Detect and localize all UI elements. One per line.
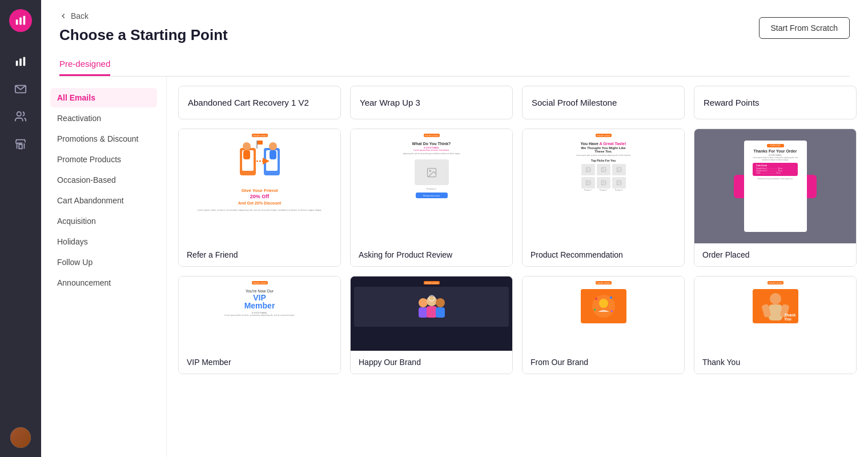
nav-item-acquisition[interactable]: Acquisition bbox=[50, 211, 157, 231]
svg-point-15 bbox=[269, 142, 277, 150]
review-mini-preview: YOUR LOGO What Do You Think? Hi [FIRSTNA… bbox=[351, 129, 512, 243]
image-placeholder-icon bbox=[426, 167, 437, 178]
from-orange-box bbox=[581, 289, 626, 323]
review-product-image bbox=[415, 159, 449, 185]
user-avatar[interactable] bbox=[10, 427, 31, 448]
back-arrow-icon bbox=[59, 12, 67, 20]
order-detail-total: Total: ................................ … bbox=[756, 172, 794, 174]
template-label-order: Order Placed bbox=[694, 243, 856, 266]
template-card-thank-you[interactable]: YOUR LOGO bbox=[694, 276, 857, 374]
middle-row-grid: YOUR LOGO bbox=[178, 129, 857, 267]
svg-rect-14 bbox=[243, 150, 250, 159]
nav-item-holidays[interactable]: Holidays bbox=[50, 232, 157, 251]
from-brand-svg bbox=[589, 292, 618, 320]
rec-product-3 bbox=[612, 164, 626, 175]
store-icon bbox=[14, 138, 27, 150]
start-from-scratch-button[interactable]: Start From Scratch bbox=[759, 17, 850, 39]
nav-item-promote-products[interactable]: Promote Products bbox=[50, 150, 157, 169]
svg-rect-36 bbox=[419, 307, 428, 318]
nav-item-reactivation[interactable]: Reactivation bbox=[50, 109, 157, 128]
tab-predesigned[interactable]: Pre-designed bbox=[59, 53, 110, 76]
order-body: Hi [FIRSTNAME],Lorem ipsum dolor sit ame… bbox=[748, 154, 803, 161]
template-card-refer-friend[interactable]: YOUR LOGO bbox=[178, 129, 341, 267]
template-card-product-rec[interactable]: YOUR LOGO You Have A Great Taste! We Tho… bbox=[522, 129, 685, 267]
svg-rect-1 bbox=[19, 18, 22, 25]
template-card-reward-points[interactable]: Reward Points bbox=[694, 86, 857, 119]
nav-item-followup[interactable]: Follow Up bbox=[50, 252, 157, 272]
rec-product-6 bbox=[612, 177, 626, 189]
back-link[interactable]: Back bbox=[59, 11, 228, 21]
rec-mini-preview: YOUR LOGO You Have A Great Taste! We Tho… bbox=[523, 129, 684, 243]
rec-body: Lorem ipsum dolor sit amet, consectetur … bbox=[574, 154, 633, 157]
sidebar-analytics[interactable] bbox=[9, 50, 32, 73]
review-body: adipiscing elit, sed do eiusmod tempor i… bbox=[401, 153, 463, 155]
nav-item-promotions[interactable]: Promotions & Discount bbox=[50, 129, 157, 149]
svg-point-24 bbox=[602, 169, 602, 169]
refer-illustration-svg bbox=[234, 139, 286, 188]
template-card-happy-brand[interactable]: YOUR LOGO bbox=[350, 276, 513, 374]
svg-rect-2 bbox=[23, 16, 26, 25]
thankyou-logo: YOUR LOGO bbox=[767, 281, 783, 284]
thankyou-logo-bar: YOUR LOGO bbox=[698, 281, 853, 284]
rec-logo: YOUR LOGO bbox=[596, 134, 612, 137]
template-label-rec: Product Recommendation bbox=[523, 243, 684, 266]
template-grid-wrapper: Abandoned Cart Recovery 1 V2 Year Wrap U… bbox=[167, 77, 868, 457]
bar-chart-icon bbox=[14, 55, 27, 68]
nav-item-cart-abandonment[interactable]: Cart Abandonment bbox=[50, 191, 157, 210]
review-logo: YOUR LOGO bbox=[424, 134, 440, 137]
template-preview-review: YOUR LOGO What Do You Think? Hi [FIRSTNA… bbox=[351, 129, 512, 243]
rec-product-labels: Product 1 Product 2 Product 3 bbox=[581, 189, 626, 191]
template-preview-from: YOUR LOGO bbox=[523, 276, 684, 351]
rec-sub: We Thought You Might LikeThese Too. bbox=[581, 146, 625, 153]
rec-p3-label: Product 3 bbox=[612, 189, 626, 191]
vip-logo: YOUR LOGO bbox=[252, 281, 268, 284]
order-blue-section: Order Details Sample Item 1 ............… bbox=[753, 163, 797, 176]
nav-item-all-emails[interactable]: All Emails bbox=[50, 88, 157, 107]
tabs-bar: Pre-designed bbox=[59, 53, 850, 77]
app-logo[interactable] bbox=[9, 9, 32, 32]
vip-title: VIPMember bbox=[244, 294, 275, 310]
sidebar-campaigns[interactable] bbox=[9, 78, 32, 101]
left-nav: All Emails Reactivation Promotions & Dis… bbox=[41, 77, 167, 457]
campaigns-icon bbox=[14, 83, 27, 95]
review-logo-bar: YOUR LOGO bbox=[354, 134, 509, 137]
order-footer: Thank you for your purchase. Lorem ipsum… bbox=[748, 178, 803, 180]
template-card-social-proof[interactable]: Social Proof Milestone bbox=[522, 86, 685, 119]
template-preview-rec: YOUR LOGO You Have A Great Taste! We Tho… bbox=[523, 129, 684, 243]
rec-p1-label: Product 1 bbox=[581, 189, 595, 191]
nav-item-occasion[interactable]: Occasion-Based bbox=[50, 170, 157, 190]
svg-rect-17 bbox=[257, 141, 263, 145]
svg-point-32 bbox=[617, 182, 618, 182]
rec-picks-label: Top Picks For You bbox=[591, 159, 616, 162]
back-label: Back bbox=[71, 11, 89, 21]
template-card-order-placed[interactable]: YOUR LOGO Thanks For Your Order Hi [FIRS… bbox=[694, 129, 857, 267]
template-card-year-wrap[interactable]: Year Wrap Up 3 bbox=[350, 86, 513, 119]
template-card-abandoned-cart[interactable]: Abandoned Cart Recovery 1 V2 bbox=[178, 86, 341, 119]
refer-offer-text: Give Your Friend20% OffAnd Get 20% Disco… bbox=[238, 188, 281, 206]
svg-point-30 bbox=[602, 182, 602, 182]
svg-point-22 bbox=[586, 169, 587, 169]
from-mini-preview: YOUR LOGO bbox=[523, 276, 684, 351]
template-label-abandoned-cart: Abandoned Cart Recovery 1 V2 bbox=[188, 98, 331, 107]
logo-icon bbox=[14, 14, 27, 27]
nav-item-announcement[interactable]: Announcement bbox=[50, 273, 157, 292]
template-label-social-proof: Social Proof Milestone bbox=[532, 98, 675, 107]
template-card-vip[interactable]: YOUR LOGO You're Now Our VIPMember Hi [F… bbox=[178, 276, 341, 374]
rec-product-1 bbox=[581, 164, 595, 175]
svg-point-46 bbox=[770, 293, 781, 304]
template-card-from-brand[interactable]: YOUR LOGO bbox=[522, 276, 685, 374]
order-headline: Thanks For Your Order bbox=[748, 149, 803, 153]
template-label-review: Asking for Product Review bbox=[351, 243, 512, 266]
vip-body: Hi [FIRSTNAME],Lorem ipsum dolor sit ame… bbox=[221, 312, 298, 316]
page-header: Back Choose a Starting Point Start From … bbox=[41, 0, 868, 77]
review-cta-btn: Review this item bbox=[416, 193, 448, 198]
svg-rect-0 bbox=[16, 19, 18, 25]
order-logo-bar: YOUR LOGO bbox=[748, 144, 803, 147]
template-card-product-review[interactable]: YOUR LOGO What Do You Think? Hi [FIRSTNA… bbox=[350, 129, 513, 267]
svg-rect-47 bbox=[769, 304, 782, 320]
template-label-reward-points: Reward Points bbox=[704, 98, 847, 107]
sidebar-store[interactable] bbox=[9, 133, 32, 155]
happy-logo-bar: YOUR LOGO bbox=[354, 281, 509, 284]
refer-body-text: Lorem ipsum dolor sit amet, consectetur … bbox=[194, 209, 326, 211]
sidebar-contacts[interactable] bbox=[9, 105, 32, 128]
